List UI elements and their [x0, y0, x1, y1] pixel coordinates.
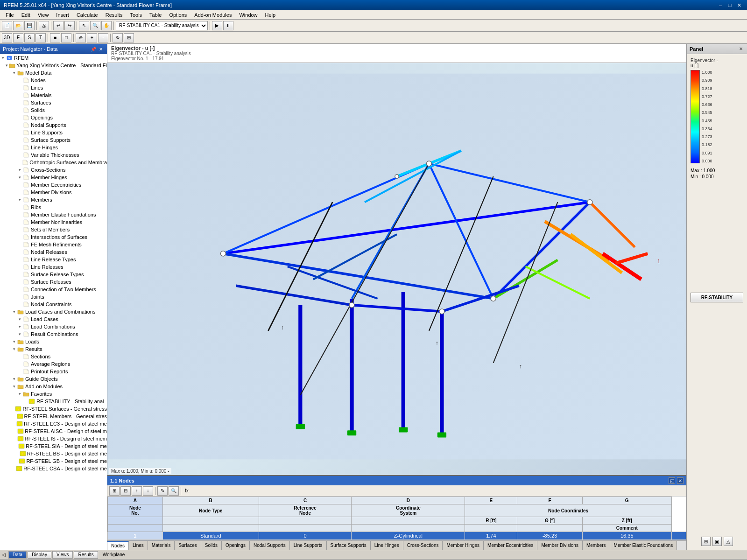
tree-item-nodal-releases[interactable]: Nodal Releases — [0, 248, 107, 256]
tree-item-rf-steel-gb[interactable]: ⚡RF-STEEL GB - Design of steel me — [0, 457, 107, 465]
tree-item-surface-release-types[interactable]: Surface Release Types — [0, 271, 107, 278]
nav-tab-views[interactable]: Views — [52, 551, 73, 559]
dt-btn2[interactable]: ⊟ — [120, 486, 131, 496]
dt-btn6[interactable]: 🔍 — [169, 486, 179, 496]
tree-item-fe-mesh[interactable]: FE Mesh Refinements — [0, 241, 107, 248]
tree-item-member-eccentricities[interactable]: Member Eccentricities — [0, 181, 107, 189]
restore-button[interactable]: □ — [726, 1, 734, 9]
tree-item-connection-two-members[interactable]: Connection of Two Members — [0, 286, 107, 293]
menu-table[interactable]: Table — [146, 11, 165, 19]
rf-stability-button[interactable]: RF-STABILITY — [691, 293, 743, 302]
tree-item-sets-of-members[interactable]: Sets of Members — [0, 226, 107, 233]
menu-help[interactable]: Help — [261, 11, 280, 19]
tree-item-nodal-supports[interactable]: Nodal Supports — [0, 121, 107, 129]
close-button[interactable]: ✕ — [735, 1, 743, 9]
undo-btn[interactable]: ↩ — [53, 21, 63, 30]
bottom-tab-cross-sections[interactable]: Cross-Sections — [403, 541, 443, 550]
rotate-btn[interactable]: ↻ — [113, 33, 123, 42]
menu-file[interactable]: File — [2, 11, 18, 19]
model-canvas[interactable]: ↑ ↑ ↑ 1 — [107, 58, 686, 475]
tree-item-member-divisions[interactable]: Member Divisions — [0, 189, 107, 196]
bottom-tab-openings[interactable]: Openings — [222, 541, 250, 550]
menu-options[interactable]: Options — [165, 11, 190, 19]
tree-item-rf-steel-surfaces[interactable]: ⚡RF-STEEL Surfaces - General stress — [0, 405, 107, 413]
dt-btn5[interactable]: ✎ — [157, 486, 168, 496]
tree-item-project[interactable]: ▾Yang Xing Visitor's Centre - Standard F… — [0, 62, 107, 69]
open-btn[interactable]: 📂 — [13, 21, 23, 30]
tree-item-orthotropic[interactable]: Orthotropic Surfaces and Membra — [0, 159, 107, 166]
view-front-btn[interactable]: F — [13, 33, 23, 42]
tree-item-rfem[interactable]: ▾RRFEM — [0, 54, 107, 62]
tree-item-member-nonlinearities[interactable]: Member Nonlinearities — [0, 218, 107, 226]
data-table-container[interactable]: A B C D E F G NodeNo. Node Type Referenc… — [107, 497, 686, 540]
tree-item-rf-steel-bs[interactable]: ⚡RF-STEEL BS - Design of steel me — [0, 450, 107, 457]
table-row[interactable]: 1Standard0Z-Cylindrical1.74-85.2316.35 — [108, 532, 686, 540]
new-btn[interactable]: 📄 — [2, 21, 12, 30]
nav-left-arrow[interactable]: ◁ — [2, 552, 6, 557]
tree-item-model-data[interactable]: ▾Model Data — [0, 69, 107, 77]
right-panel-close-btn[interactable]: ✕ — [738, 46, 744, 52]
panel-icon-grid[interactable]: ⊞ — [701, 537, 711, 546]
tree-item-surfaces[interactable]: Surfaces — [0, 99, 107, 106]
tree-item-results[interactable]: ▾Results — [0, 345, 107, 353]
tree-item-rf-stability[interactable]: ⚡RF-STABILITY - Stability anal — [0, 398, 107, 405]
tree-item-addon-modules[interactable]: ▾Add-on Modules — [0, 383, 107, 390]
panel-close-btn[interactable]: ✕ — [98, 46, 104, 52]
menu-results[interactable]: Results — [102, 11, 127, 19]
tree-item-member-elastic[interactable]: Member Elastic Foundations — [0, 211, 107, 218]
bottom-tab-member-hinges[interactable]: Member Hinges — [443, 541, 484, 550]
bottom-tab-member-eccentricities[interactable]: Member Eccentricities — [484, 541, 537, 550]
tree-item-loads[interactable]: ▾Loads — [0, 338, 107, 345]
tree-item-sections[interactable]: Sections — [0, 353, 107, 360]
bottom-tab-materials[interactable]: Materials — [148, 541, 175, 550]
menu-tools[interactable]: Tools — [126, 11, 146, 19]
tree-item-materials[interactable]: Materials — [0, 91, 107, 99]
bottom-tab-member-divisions[interactable]: Member Divisions — [537, 541, 582, 550]
play-btn[interactable]: ▶ — [212, 21, 222, 30]
pan-btn[interactable]: ✋ — [101, 21, 112, 30]
tree-item-rf-steel-csa[interactable]: ⚡RF-STEEL CSA - Design of steel me — [0, 465, 107, 472]
bottom-tab-line-hinges[interactable]: Line Hinges — [371, 541, 403, 550]
bottom-tab-surface-supports[interactable]: Surface Supports — [327, 541, 371, 550]
tree-item-load-cases-comb[interactable]: ▾Load Cases and Combinations — [0, 308, 107, 315]
dt-btn4[interactable]: ↓ — [143, 486, 153, 496]
view-side-btn[interactable]: S — [24, 33, 35, 42]
tree-item-line-releases[interactable]: Line Releases — [0, 263, 107, 271]
tree-item-nodal-constraints[interactable]: Nodal Constraints — [0, 301, 107, 308]
minimize-button[interactable]: – — [716, 1, 725, 9]
panel-close2-btn[interactable]: ✕ — [677, 477, 684, 484]
menu-insert[interactable]: Insert — [52, 11, 73, 19]
bottom-tab-members[interactable]: Members — [583, 541, 610, 550]
tree-item-intersections[interactable]: Intersections of Surfaces — [0, 233, 107, 241]
tree-item-result-combinations[interactable]: ▾Result Combinations — [0, 330, 107, 338]
tree-item-joints[interactable]: Joints — [0, 293, 107, 301]
zoom-in-btn[interactable]: + — [87, 33, 97, 42]
wire-btn[interactable]: □ — [61, 33, 71, 42]
panel-icon-render[interactable]: ▣ — [712, 537, 722, 546]
tree-item-surface-supports[interactable]: Surface Supports — [0, 136, 107, 144]
tree-item-rf-steel-is[interactable]: ⚡RF-STEEL IS - Design of steel mem — [0, 435, 107, 442]
dt-btn1[interactable]: ⊞ — [109, 486, 120, 496]
tree-item-cross-sections[interactable]: ▾Cross-Sections — [0, 166, 107, 174]
panel-icon-settings[interactable]: △ — [724, 537, 733, 546]
bottom-tab-nodal-supports[interactable]: Nodal Supports — [250, 541, 290, 550]
tree-item-line-hinges[interactable]: Line Hinges — [0, 144, 107, 151]
bottom-tab-member-elastic-foundations[interactable]: Member Elastic Foundations — [610, 541, 677, 550]
redo-btn[interactable]: ↪ — [64, 21, 75, 30]
axis-btn[interactable]: ⊞ — [124, 33, 134, 42]
tree-item-variable-thicknesses[interactable]: Variable Thicknesses — [0, 151, 107, 159]
select-btn[interactable]: ↖ — [79, 21, 89, 30]
tree-container[interactable]: ▾RRFEM▾Yang Xing Visitor's Centre - Stan… — [0, 54, 107, 550]
tree-item-lines[interactable]: Lines — [0, 84, 107, 91]
nav-tab-data[interactable]: Data — [8, 551, 27, 559]
render-btn[interactable]: ■ — [50, 33, 60, 42]
bottom-tab-surfaces[interactable]: Surfaces — [175, 541, 201, 550]
view-top-btn[interactable]: T — [35, 33, 46, 42]
nav-tab-results[interactable]: Results — [74, 551, 98, 559]
tree-item-load-combinations[interactable]: ▾Load Combinations — [0, 323, 107, 330]
tree-item-rf-steel-sia[interactable]: ⚡RF-STEEL SIA - Design of steel me — [0, 442, 107, 450]
tree-item-openings[interactable]: Openings — [0, 114, 107, 121]
menu-edit[interactable]: Edit — [18, 11, 34, 19]
tree-item-member-hinges[interactable]: ▾Member Hinges — [0, 174, 107, 181]
panel-float-btn[interactable]: ◱ — [669, 477, 675, 484]
